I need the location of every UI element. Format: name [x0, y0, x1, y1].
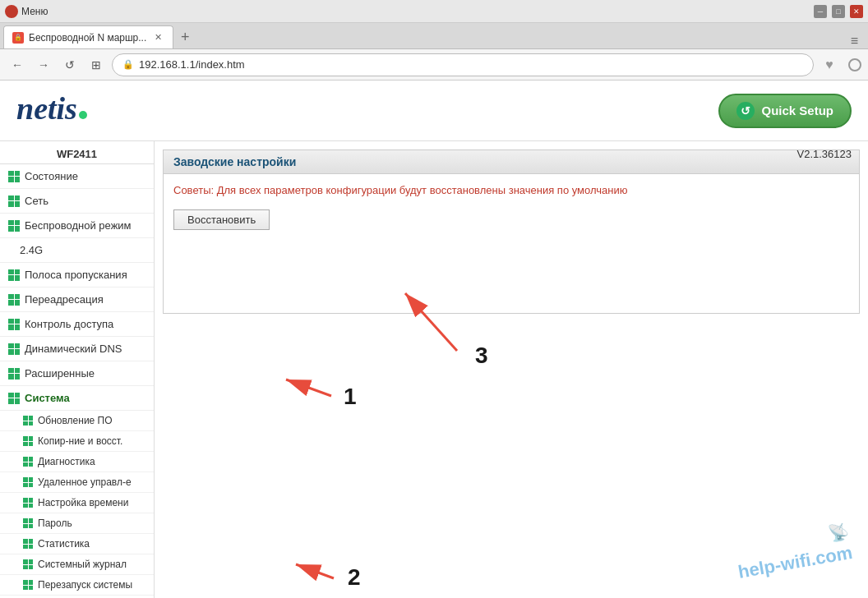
tab-title: Беспроводной N маршр... [29, 32, 146, 44]
subitem-reboot-icon [23, 580, 33, 590]
sidebar-subitem-password[interactable]: Пароль [0, 513, 154, 534]
address-lock-icon: 🔒 [122, 59, 134, 70]
sidebar-item-system-label: Система [25, 392, 70, 404]
svg-line-3 [286, 380, 331, 396]
address-bar[interactable]: 🔒 192.168.1.1/index.htm [112, 53, 814, 76]
minimize-btn[interactable]: ─ [814, 5, 827, 18]
sidebar-model: WF2411 [0, 141, 154, 164]
new-tab-btn[interactable]: + [173, 25, 196, 48]
sidebar-item-forwarding-label: Переадресация [25, 293, 104, 306]
content-panel: Заводские настройки Советы: Для всех пар… [163, 150, 860, 314]
tab-favicon [12, 32, 24, 44]
sidebar-item-bandwidth[interactable]: Полоса пропускания [0, 263, 154, 288]
sidebar-item-wireless-icon [8, 220, 20, 232]
sidebar-item-ddns[interactable]: Динамический DNS [0, 337, 154, 361]
subitem-reboot-label: Перезапуск системы [38, 579, 132, 591]
subitem-time-icon [23, 498, 33, 508]
browser-title: Меню [21, 6, 48, 17]
apps-btn[interactable]: ⊞ [85, 54, 107, 76]
restore-button[interactable]: Восстановить [173, 209, 270, 230]
extension-icon [848, 58, 861, 71]
logo-text: netis [16, 90, 77, 126]
tab-close-btn[interactable]: ✕ [151, 31, 164, 44]
subitem-syslog-label: Системный журнал [38, 559, 127, 570]
back-btn[interactable]: ← [7, 54, 28, 76]
sidebar-subitem-firmware[interactable]: Обновление ПО [0, 411, 154, 431]
browser-tab[interactable]: Беспроводной N маршр... ✕ [3, 25, 173, 48]
version-label: V2.1.36123 [796, 148, 852, 160]
watermark: 📡 help-wifi.com [733, 521, 854, 583]
subitem-stats-label: Статистика [38, 538, 90, 550]
sidebar-subitem-stats[interactable]: Статистика [0, 534, 154, 554]
address-text: 192.168.1.1/index.htm [139, 58, 803, 71]
sidebar-item-system[interactable]: Система [0, 386, 154, 411]
subitem-backup-icon [23, 436, 33, 446]
sidebar: WF2411 Состояние Сеть Беспроводной режим… [0, 141, 155, 598]
svg-line-4 [296, 564, 334, 578]
sidebar-subitem-reboot[interactable]: Перезапуск системы [0, 575, 154, 596]
sidebar-subitem-remote[interactable]: Удаленное управл-е [0, 472, 154, 493]
sidebar-item-wireless[interactable]: Беспроводной режим [0, 214, 154, 238]
content-area: WF2411 Состояние Сеть Беспроводной режим… [0, 141, 868, 598]
logo-dot [79, 111, 87, 119]
browser-icon [5, 5, 18, 18]
subitem-time-label: Настройка времени [38, 497, 128, 508]
subitem-diagnostic-icon [23, 457, 33, 467]
sidebar-item-forwarding[interactable]: Переадресация [0, 288, 154, 312]
sidebar-item-ddns-label: Динамический DNS [25, 343, 122, 355]
sidebar-item-wireless-label: Беспроводной режим [25, 219, 132, 232]
quick-setup-button[interactable]: ↺ Quick Setup [718, 94, 852, 128]
subitem-password-icon [23, 518, 33, 528]
sidebar-item-system-icon [8, 393, 20, 404]
sidebar-subitem-diagnostic[interactable]: Диагностика [0, 452, 154, 472]
annotation-label-3: 3 [475, 343, 488, 368]
close-btn[interactable]: ✕ [850, 5, 863, 18]
browser-toolbar: ← → ↺ ⊞ 🔒 192.168.1.1/index.htm ♥ [0, 49, 868, 80]
sidebar-item-advanced[interactable]: Расширенные [0, 361, 154, 386]
browser-tabbar: Беспроводной N маршр... ✕ + ≡ [0, 23, 868, 49]
sidebar-item-network-icon [8, 196, 20, 207]
sidebar-item-status[interactable]: Состояние [0, 164, 154, 189]
quick-setup-icon: ↺ [736, 102, 755, 120]
content-title: Заводские настройки [164, 150, 859, 174]
browser-titlebar: Меню ─ □ ✕ [0, 0, 868, 23]
sidebar-item-forwarding-icon [8, 294, 20, 306]
subitem-password-label: Пароль [38, 518, 72, 529]
sidebar-item-advanced-icon [8, 368, 20, 380]
annotation-label-1: 1 [344, 384, 357, 409]
sidebar-item-bandwidth-label: Полоса пропускания [25, 269, 127, 281]
sidebar-item-ddns-icon [8, 343, 20, 355]
subitem-remote-icon [23, 477, 33, 487]
sidebar-item-access-label: Контроль доступа [25, 318, 113, 330]
sidebar-item-status-label: Состояние [25, 170, 78, 182]
maximize-btn[interactable]: □ [832, 5, 845, 18]
sidebar-item-network-label: Сеть [25, 195, 48, 207]
sidebar-item-network[interactable]: Сеть [0, 189, 154, 214]
sidebar-subitem-syslog[interactable]: Системный журнал [0, 554, 154, 575]
refresh-btn[interactable]: ↺ [59, 54, 81, 76]
subitem-firmware-icon [23, 416, 33, 426]
subitem-remote-label: Удаленное управл-е [38, 476, 132, 488]
sidebar-item-24g[interactable]: 2.4G [0, 238, 154, 263]
subitem-syslog-icon [23, 559, 33, 569]
subitem-diagnostic-label: Диагностика [38, 456, 95, 467]
bookmark-btn[interactable]: ♥ [819, 54, 840, 76]
sidebar-subitem-backup[interactable]: Копир-ние и восст. [0, 431, 154, 452]
sidebar-item-access-icon [8, 319, 20, 330]
forward-btn[interactable]: → [33, 54, 54, 76]
annotation-label-2: 2 [348, 564, 361, 590]
main-content: V2.1.36123 Заводские настройки Советы: Д… [155, 141, 868, 598]
sidebar-item-bandwidth-icon [8, 269, 20, 281]
tab-options-icon: ≡ [851, 34, 865, 48]
page-wrapper: netis ↺ Quick Setup WF2411 Состояние Сет… [0, 80, 868, 598]
netis-logo: netis [16, 90, 87, 131]
sidebar-item-status-icon [8, 171, 20, 182]
sidebar-item-24g-label: 2.4G [20, 244, 43, 256]
content-body: Советы: Для всех параметров конфигурации… [164, 174, 859, 240]
subitem-backup-label: Копир-ние и восст. [38, 435, 122, 447]
sidebar-item-access[interactable]: Контроль доступа [0, 312, 154, 337]
sidebar-subitem-time[interactable]: Настройка времени [0, 493, 154, 513]
quick-setup-label: Quick Setup [761, 104, 833, 117]
router-header: netis ↺ Quick Setup [0, 80, 868, 141]
subitem-firmware-label: Обновление ПО [38, 415, 113, 426]
